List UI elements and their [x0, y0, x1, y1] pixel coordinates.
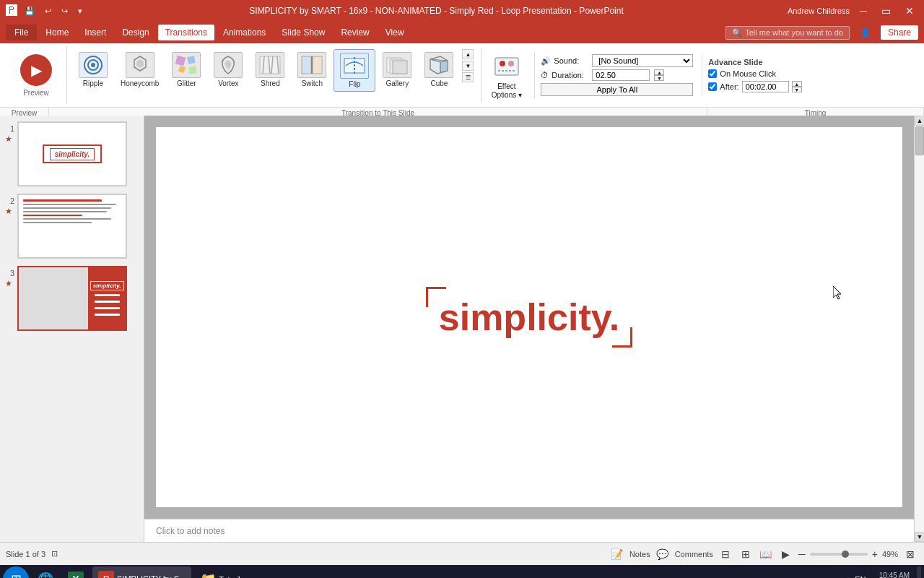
slide-item-1[interactable]: 1 ★ simplicity.	[3, 121, 141, 186]
duration-down-button[interactable]: ▼	[654, 75, 664, 81]
slide-item-2[interactable]: 2 ★	[3, 194, 141, 259]
notes-button[interactable]: 📝	[609, 546, 625, 562]
slide-panel: 1 ★ simplicity. 2 ★	[0, 116, 144, 542]
transition-glitter-button[interactable]: Glitter	[166, 49, 206, 90]
transition-shred-button[interactable]: Shred	[250, 49, 290, 90]
on-mouse-click-checkbox[interactable]	[708, 69, 717, 78]
slide-item-3[interactable]: 3 ★ simplicity.	[3, 266, 141, 331]
comments-button[interactable]: 💬	[655, 546, 671, 562]
status-bar: Slide 1 of 3 ⊡ 📝 Notes 💬 Comments ⊟ ⊞ 📖 …	[0, 542, 924, 565]
transition-honeycomb-button[interactable]: Honeycomb	[115, 49, 165, 90]
sound-select[interactable]: [No Sound]	[592, 54, 693, 67]
notes-bar[interactable]: Click to add notes	[144, 519, 914, 542]
zoom-out-button[interactable]: ─	[798, 548, 806, 560]
slide-thumb-2[interactable]	[17, 194, 127, 259]
transition-flip-button[interactable]: Flip	[334, 49, 375, 92]
after-up-button[interactable]: ▲	[792, 81, 802, 87]
svg-rect-8	[189, 66, 197, 74]
menu-file[interactable]: File	[6, 25, 37, 40]
honeycomb-label: Honeycomb	[121, 79, 159, 87]
apply-to-all-button[interactable]: Apply To All	[541, 83, 693, 96]
fit-slide-button[interactable]: ⊠	[902, 546, 918, 562]
show-desktop-button[interactable]	[917, 566, 921, 578]
view-reading-icon[interactable]: 📖	[758, 546, 774, 562]
timing-controls: 🔊 Sound: [No Sound] ⏱ Duration: ▲ ▼ Appl…	[534, 51, 699, 99]
share-button[interactable]: Share	[881, 25, 918, 40]
taskbar-excel[interactable]: X	[62, 566, 90, 578]
transition-ripple-button[interactable]: Ripple	[73, 49, 113, 90]
ribbon-scroll-up-button[interactable]: ▲	[462, 49, 474, 59]
minimize-button[interactable]: ─	[855, 4, 871, 18]
slide-number-3: 3	[3, 266, 14, 277]
slide-layout-icon[interactable]: ⊡	[51, 549, 58, 558]
view-normal-icon[interactable]: ⊟	[718, 546, 733, 562]
preview-button[interactable]: ▶ Preview	[13, 51, 59, 100]
ribbon-scroll-down-button[interactable]: ▼	[462, 61, 474, 71]
menu-home[interactable]: Home	[38, 25, 76, 40]
comments-label[interactable]: Comments	[675, 550, 713, 558]
taskbar: ⊞ 🌐 X P SIMPLICITY by S... 📁 Tuts June ▲…	[0, 565, 924, 578]
quick-save-icon[interactable]: 💾	[22, 5, 38, 17]
search-bar[interactable]: 🔍 Tell me what you want to do	[725, 26, 850, 40]
duration-input[interactable]	[592, 69, 650, 81]
slide-star-2: ★	[5, 207, 12, 216]
flip-label: Flip	[349, 80, 360, 88]
zoom-slider[interactable]	[810, 553, 868, 556]
quick-redo-icon[interactable]: ↪	[58, 5, 71, 17]
transition-to-slide-group: Ripple Honeycomb	[70, 46, 478, 104]
menu-slideshow[interactable]: Slide Show	[274, 25, 332, 40]
effect-options-button[interactable]: EffectOptions ▾	[481, 48, 531, 103]
excel-icon: X	[68, 571, 84, 578]
title-bar-title: SIMPLICITY by SMART - 16x9 - NON-ANIMATE…	[85, 6, 788, 16]
menu-view[interactable]: View	[378, 25, 411, 40]
shred-icon	[256, 52, 284, 78]
search-icon: 🔍	[732, 28, 742, 38]
transition-gallery-button[interactable]: Gallery	[377, 49, 417, 90]
restore-button[interactable]: ▭	[877, 4, 895, 18]
scroll-up-arrow[interactable]: ▲	[915, 116, 924, 126]
app-logo-icon: 🅿	[6, 4, 17, 17]
menu-insert[interactable]: Insert	[77, 25, 113, 40]
svg-rect-20	[393, 61, 407, 74]
taskbar-chrome[interactable]: 🌐	[32, 566, 59, 578]
transition-switch-button[interactable]: Switch	[292, 49, 332, 90]
glitter-label: Glitter	[177, 79, 196, 87]
scroll-thumb[interactable]	[915, 126, 924, 155]
scroll-down-arrow[interactable]: ▼	[915, 532, 924, 542]
svg-point-27	[500, 61, 505, 66]
duration-up-button[interactable]: ▲	[654, 69, 664, 75]
notes-label[interactable]: Notes	[629, 550, 650, 558]
transition-cube-button[interactable]: Cube	[419, 49, 459, 90]
menu-design[interactable]: Design	[115, 25, 156, 40]
menu-transitions[interactable]: Transitions	[158, 25, 214, 40]
zoom-thumb[interactable]	[842, 551, 849, 558]
status-bar-right: 📝 Notes 💬 Comments ⊟ ⊞ 📖 ▶ ─ + 49% ⊠	[609, 546, 918, 562]
after-input[interactable]	[742, 81, 789, 92]
scroll-track[interactable]	[915, 126, 924, 532]
start-button[interactable]: ⊞	[3, 566, 29, 578]
taskbar-powerpoint[interactable]: P SIMPLICITY by S...	[92, 566, 191, 578]
slide-1-logo: simplicity.	[43, 144, 103, 163]
transition-vortex-button[interactable]: Vortex	[208, 49, 248, 90]
zoom-level[interactable]: 49%	[882, 550, 898, 558]
taskbar-folder[interactable]: 📁 Tuts June	[194, 566, 259, 578]
corner-bracket-topleft	[426, 287, 446, 307]
slide-canvas[interactable]: simplicity.	[156, 127, 902, 507]
close-button[interactable]: ✕	[901, 4, 918, 18]
quick-customize-icon[interactable]: ▾	[75, 5, 85, 17]
ribbon-content: ▶ Preview Ripple	[0, 43, 924, 107]
zoom-in-button[interactable]: +	[872, 548, 878, 560]
quick-undo-icon[interactable]: ↩	[42, 5, 54, 17]
view-slide-sorter-icon[interactable]: ⊞	[738, 546, 754, 562]
view-slideshow-icon[interactable]: ▶	[778, 546, 794, 562]
menu-review[interactable]: Review	[334, 25, 376, 40]
ribbon-scroll-more-button[interactable]: ☰	[462, 72, 474, 82]
after-down-button[interactable]: ▼	[792, 87, 802, 92]
after-checkbox[interactable]	[708, 82, 717, 91]
canvas-scrollbar[interactable]: ▲ ▼	[914, 116, 924, 542]
slide-thumb-1[interactable]: simplicity.	[17, 121, 127, 186]
menu-animations[interactable]: Animations	[216, 25, 273, 40]
user-icon: 👤	[860, 27, 871, 38]
slide-thumb-3[interactable]: simplicity.	[17, 266, 127, 331]
on-mouse-click-row: On Mouse Click	[708, 69, 801, 78]
